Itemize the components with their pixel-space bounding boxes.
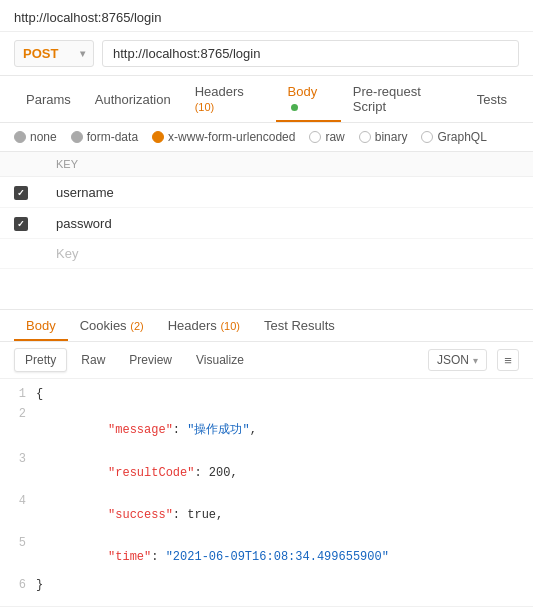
row1-key[interactable]: username	[42, 177, 533, 208]
method-url-row: POST ▾	[0, 32, 533, 76]
resp-tab-body[interactable]: Body	[14, 310, 68, 341]
table-row: password	[0, 208, 533, 239]
key-value-table: KEY username password Key	[0, 152, 533, 269]
radio-none-icon	[14, 131, 26, 143]
resp-tab-testresults[interactable]: Test Results	[252, 310, 347, 341]
row1-checkbox[interactable]	[14, 186, 28, 200]
fmt-raw[interactable]: Raw	[71, 349, 115, 371]
url-input[interactable]	[102, 40, 519, 67]
code-line-2: 2 "message": "操作成功",	[0, 407, 533, 452]
radio-urlencoded[interactable]: x-www-form-urlencoded	[152, 130, 295, 144]
radio-binary[interactable]: binary	[359, 130, 408, 144]
tab-headers[interactable]: Headers (10)	[183, 76, 276, 122]
body-active-dot	[291, 104, 298, 111]
line-content-5: "time": "2021-06-09T16:08:34.499655900"	[36, 536, 533, 578]
url-bar: http://localhost:8765/login	[0, 0, 533, 32]
body-type-row: none form-data x-www-form-urlencoded raw…	[0, 123, 533, 152]
line-num-5: 5	[0, 536, 36, 550]
method-select[interactable]: POST ▾	[14, 40, 94, 67]
table-row: username	[0, 177, 533, 208]
request-tabs: Params Authorization Headers (10) Body P…	[0, 76, 533, 123]
radio-graphql[interactable]: GraphQL	[421, 130, 486, 144]
wrap-icon[interactable]: ≡	[497, 349, 519, 371]
resp-headers-badge: (10)	[220, 320, 240, 332]
code-area: 1 { 2 "message": "操作成功", 3 "resultCode":…	[0, 379, 533, 606]
fmt-preview[interactable]: Preview	[119, 349, 182, 371]
radio-formdata-icon	[71, 131, 83, 143]
line-num-3: 3	[0, 452, 36, 466]
tab-tests[interactable]: Tests	[465, 84, 519, 115]
url-bar-text: http://localhost:8765/login	[14, 10, 161, 25]
response-tabs: Body Cookies (2) Headers (10) Test Resul…	[0, 309, 533, 342]
line-num-2: 2	[0, 407, 36, 421]
tab-params[interactable]: Params	[14, 84, 83, 115]
code-line-1: 1 {	[0, 387, 533, 407]
resp-tab-headers[interactable]: Headers (10)	[156, 310, 252, 341]
line-content-3: "resultCode": 200,	[36, 452, 533, 494]
col-key-header: KEY	[42, 152, 533, 177]
tab-prerequest[interactable]: Pre-request Script	[341, 76, 465, 122]
fmt-pretty[interactable]: Pretty	[14, 348, 67, 372]
row2-checkbox[interactable]	[14, 217, 28, 231]
tab-body[interactable]: Body	[276, 76, 341, 122]
tab-authorization[interactable]: Authorization	[83, 84, 183, 115]
code-line-3: 3 "resultCode": 200,	[0, 452, 533, 494]
line-content-4: "success": true,	[36, 494, 533, 536]
json-format-select[interactable]: JSON ▾	[428, 349, 487, 371]
code-line-5: 5 "time": "2021-06-09T16:08:34.499655900…	[0, 536, 533, 578]
resp-tab-cookies[interactable]: Cookies (2)	[68, 310, 156, 341]
row2-key[interactable]: password	[42, 208, 533, 239]
headers-badge: (10)	[195, 101, 215, 113]
method-label: POST	[23, 46, 58, 61]
fmt-visualize[interactable]: Visualize	[186, 349, 254, 371]
radio-formdata[interactable]: form-data	[71, 130, 138, 144]
code-line-4: 4 "success": true,	[0, 494, 533, 536]
radio-urlencoded-icon	[152, 131, 164, 143]
line-num-4: 4	[0, 494, 36, 508]
cookies-badge: (2)	[130, 320, 143, 332]
json-chevron-icon: ▾	[473, 355, 478, 366]
json-format-label: JSON	[437, 353, 469, 367]
spacer	[0, 269, 533, 309]
key-placeholder[interactable]: Key	[42, 239, 533, 269]
radio-none[interactable]: none	[14, 130, 57, 144]
radio-binary-icon	[359, 131, 371, 143]
method-chevron-icon: ▾	[80, 48, 85, 59]
line-num-1: 1	[0, 387, 36, 401]
radio-raw[interactable]: raw	[309, 130, 344, 144]
line-num-6: 6	[0, 578, 36, 592]
format-row: Pretty Raw Preview Visualize JSON ▾ ≡	[0, 342, 533, 379]
line-content-6: }	[36, 578, 533, 592]
line-content-1: {	[36, 387, 533, 401]
code-line-6: 6 }	[0, 578, 533, 598]
radio-raw-icon	[309, 131, 321, 143]
line-content-2: "message": "操作成功",	[36, 407, 533, 452]
table-row-placeholder: Key	[0, 239, 533, 269]
radio-graphql-icon	[421, 131, 433, 143]
